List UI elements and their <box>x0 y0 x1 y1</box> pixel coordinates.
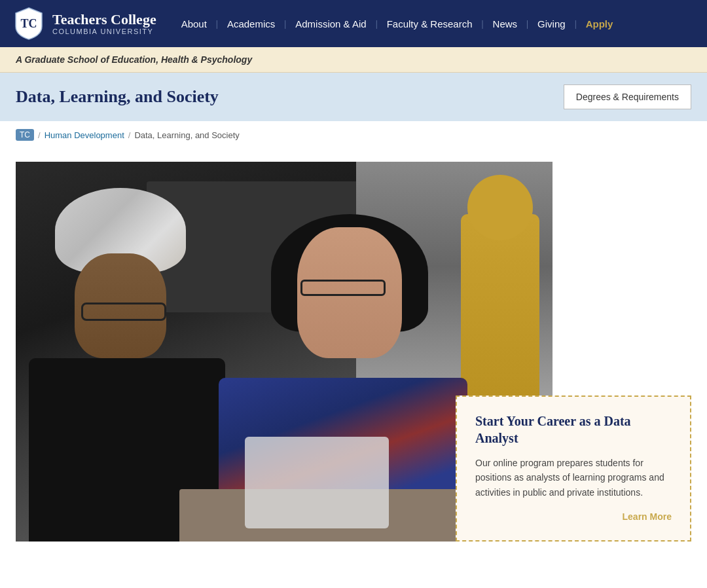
degrees-requirements-button[interactable]: Degrees & Requirements <box>564 84 691 109</box>
nav-faculty[interactable]: Faculty & Research <box>378 0 482 47</box>
callout-card: Start Your Career as a Data Analyst Our … <box>456 395 691 542</box>
logo-title: Teachers College <box>52 12 156 28</box>
breadcrumb-sep-2: / <box>128 130 131 140</box>
nav-links: About | Academics | Admission & Aid | Fa… <box>172 0 694 47</box>
school-banner: A Graduate School of Education, Health &… <box>0 47 707 73</box>
callout-title: Start Your Career as a Data Analyst <box>475 413 672 447</box>
breadcrumb-sep-1: / <box>38 130 41 140</box>
page-title: Data, Learning, and Society <box>16 87 219 107</box>
logo-subtitle: COLUMBIA UNIVERSITY <box>52 28 156 35</box>
breadcrumb: TC / Human Development / Data, Learning,… <box>0 121 707 149</box>
hero-section: Start Your Career as a Data Analyst Our … <box>16 162 691 542</box>
svg-text:TC: TC <box>20 17 37 30</box>
main-nav: TC Teachers College COLUMBIA UNIVERSITY … <box>0 0 707 47</box>
callout-text: Our online program prepares students for… <box>475 456 672 500</box>
callout-learn-more-link[interactable]: Learn More <box>475 511 672 522</box>
nav-admission[interactable]: Admission & Aid <box>286 0 375 47</box>
page-header: Data, Learning, and Society Degrees & Re… <box>0 73 707 121</box>
banner-text: A Graduate School of Education, Health &… <box>16 54 252 65</box>
nav-giving[interactable]: Giving <box>528 0 575 47</box>
tc-shield-icon: TC <box>13 7 45 41</box>
breadcrumb-current: Data, Learning, and Society <box>134 130 239 140</box>
nav-about[interactable]: About <box>172 0 216 47</box>
bg-person <box>461 214 539 424</box>
person-face-right <box>297 227 402 358</box>
logo-text: Teachers College COLUMBIA UNIVERSITY <box>52 12 156 35</box>
glasses-left <box>81 303 166 321</box>
breadcrumb-home[interactable]: TC <box>16 129 34 141</box>
laptop <box>245 437 389 528</box>
nav-news[interactable]: News <box>484 0 527 47</box>
nav-apply[interactable]: Apply <box>577 0 623 47</box>
nav-academics[interactable]: Academics <box>218 0 284 47</box>
breadcrumb-human-development[interactable]: Human Development <box>45 130 124 140</box>
logo-link[interactable]: TC Teachers College COLUMBIA UNIVERSITY <box>13 7 156 41</box>
main-content: Start Your Career as a Data Analyst Our … <box>0 149 707 568</box>
